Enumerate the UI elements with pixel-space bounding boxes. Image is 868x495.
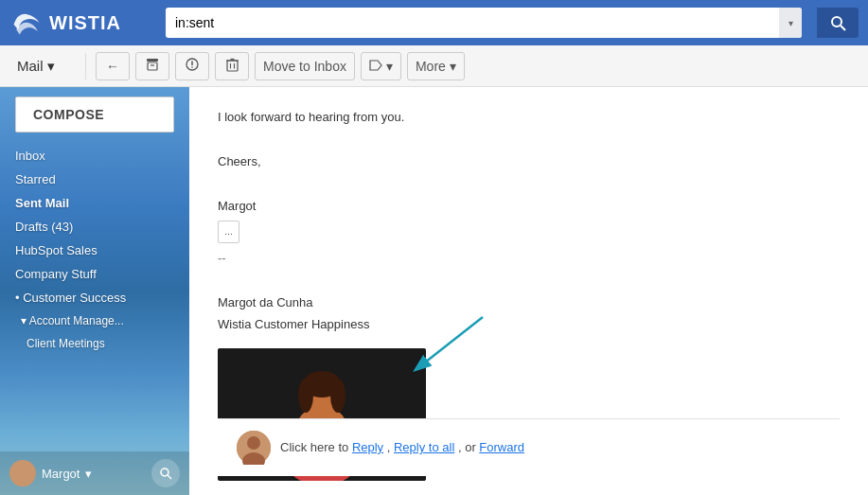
sidebar-item-sent[interactable]: Sent Mail bbox=[0, 191, 189, 215]
user-info[interactable]: Margot ▾ bbox=[9, 460, 92, 486]
reply-avatar bbox=[237, 431, 271, 465]
sidebar: COMPOSE Inbox Starred Sent Mail Drafts (… bbox=[0, 87, 189, 495]
body-cheers: Cheers, bbox=[218, 150, 840, 172]
sidebar-item-company[interactable]: Company Stuff bbox=[0, 262, 189, 286]
svg-point-29 bbox=[247, 436, 260, 450]
sidebar-item-drafts[interactable]: Drafts (43) bbox=[0, 215, 189, 239]
more-button[interactable]: More ▾ bbox=[407, 52, 465, 80]
user-dropdown-icon: ▾ bbox=[85, 467, 92, 481]
move-to-inbox-button[interactable]: Move to Inbox bbox=[255, 52, 355, 80]
logo-text: WISTIA bbox=[49, 12, 121, 34]
label-icon bbox=[369, 59, 382, 74]
email-content: I look forward to hearing from you. Chee… bbox=[189, 87, 868, 495]
toolbar: Mail ▾ ← Move to Inbox ▾ More ▾ bbox=[0, 45, 868, 87]
body-line-1: I look forward to hearing from you. bbox=[218, 106, 840, 128]
wistia-logo-icon bbox=[9, 6, 44, 40]
svg-rect-2 bbox=[147, 59, 158, 62]
svg-line-16 bbox=[168, 475, 171, 479]
reply-prompt: Click here to bbox=[280, 441, 352, 455]
sidebar-item-customer-success[interactable]: • Customer Success bbox=[0, 286, 189, 309]
user-name: Margot bbox=[42, 467, 80, 481]
label-dropdown-icon: ▾ bbox=[386, 59, 393, 74]
sep2: , or bbox=[458, 441, 479, 455]
expand-button[interactable]: ... bbox=[218, 221, 239, 243]
svg-rect-3 bbox=[148, 62, 157, 70]
svg-point-24 bbox=[330, 379, 345, 413]
sidebar-item-client-meetings[interactable]: Client Meetings bbox=[0, 332, 189, 355]
svg-point-0 bbox=[832, 17, 841, 27]
spam-button[interactable] bbox=[175, 52, 209, 80]
sidebar-search-button[interactable] bbox=[151, 459, 180, 487]
sidebar-item-hubspot[interactable]: HubSpot Sales bbox=[0, 239, 189, 262]
sidebar-bottom: Margot ▾ bbox=[0, 451, 189, 495]
compose-button[interactable]: COMPOSE bbox=[15, 97, 174, 133]
email-separator: -- bbox=[218, 247, 840, 269]
reply-all-link[interactable]: Reply to all bbox=[394, 441, 454, 455]
search-bar: ▾ bbox=[166, 8, 802, 38]
search-button[interactable] bbox=[817, 8, 859, 38]
svg-point-23 bbox=[298, 379, 313, 413]
mail-menu[interactable]: Mail ▾ bbox=[9, 54, 76, 79]
archive-icon bbox=[146, 58, 159, 74]
delete-button[interactable] bbox=[215, 52, 249, 80]
search-icon bbox=[829, 14, 846, 31]
svg-point-13 bbox=[17, 464, 28, 475]
sidebar-item-account-manage[interactable]: ▾ Account Manage... bbox=[0, 309, 189, 332]
reply-bar: Click here to Reply , Reply to all , or … bbox=[218, 418, 840, 476]
search-dropdown-button[interactable]: ▾ bbox=[779, 8, 802, 38]
mail-label: Mail bbox=[17, 58, 44, 74]
label-button[interactable]: ▾ bbox=[361, 52, 401, 80]
reply-text: Click here to Reply , Reply to all , or … bbox=[280, 441, 524, 455]
svg-line-1 bbox=[841, 26, 845, 30]
archive-button[interactable] bbox=[135, 52, 169, 80]
sep1: , bbox=[387, 441, 394, 455]
sig-name: Margot da Cunha bbox=[218, 292, 840, 313]
toolbar-divider bbox=[85, 53, 86, 80]
svg-point-14 bbox=[13, 477, 32, 486]
svg-rect-8 bbox=[227, 61, 238, 71]
forward-link[interactable]: Forward bbox=[479, 441, 524, 455]
avatar bbox=[9, 460, 36, 486]
search-input[interactable] bbox=[166, 8, 779, 38]
mail-dropdown-icon: ▾ bbox=[47, 58, 55, 75]
sidebar-item-inbox[interactable]: Inbox bbox=[0, 144, 189, 168]
bullet-icon: • bbox=[15, 291, 23, 305]
logo-area: WISTIA bbox=[9, 6, 156, 40]
back-button[interactable]: ← bbox=[96, 52, 130, 80]
more-label: More ▾ bbox=[416, 59, 456, 74]
sidebar-search-icon bbox=[159, 467, 172, 480]
sig-title: Wistia Customer Happiness bbox=[218, 313, 840, 335]
reply-link[interactable]: Reply bbox=[352, 441, 383, 455]
main-layout: COMPOSE Inbox Starred Sent Mail Drafts (… bbox=[0, 87, 868, 495]
svg-point-15 bbox=[161, 468, 168, 476]
delete-icon bbox=[226, 58, 239, 75]
back-icon: ← bbox=[106, 59, 119, 74]
spam-icon bbox=[186, 58, 199, 74]
move-to-inbox-label: Move to Inbox bbox=[263, 59, 346, 74]
sidebar-item-starred[interactable]: Starred bbox=[0, 168, 189, 191]
body-name: Margot bbox=[218, 195, 840, 217]
svg-point-7 bbox=[191, 66, 193, 68]
topbar: WISTIA ▾ bbox=[0, 0, 868, 45]
